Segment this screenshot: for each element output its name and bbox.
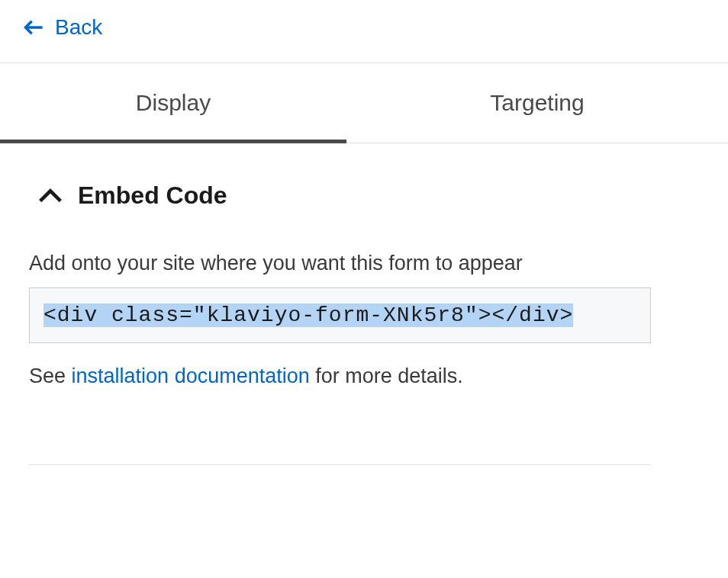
tab-display[interactable]: Display	[0, 63, 346, 143]
content-area: Embed Code Add onto your site where you …	[0, 143, 728, 465]
section-toggle[interactable]: Embed Code	[29, 181, 699, 210]
embed-code-text: <div class="klaviyo-form-XNk5r8"></div>	[43, 303, 573, 327]
back-label: Back	[55, 15, 102, 40]
arrow-left-icon	[23, 17, 44, 38]
section-title: Embed Code	[78, 181, 227, 210]
instruction-text: Add onto your site where you want this f…	[29, 252, 699, 275]
back-button[interactable]: Back	[0, 0, 728, 63]
tabs: Display Targeting	[0, 63, 728, 143]
help-text: See installation documentation for more …	[29, 364, 699, 388]
embed-code-box[interactable]: <div class="klaviyo-form-XNk5r8"></div>	[29, 287, 651, 343]
help-prefix: See	[29, 364, 72, 387]
help-suffix: for more details.	[310, 364, 463, 387]
tab-targeting[interactable]: Targeting	[346, 63, 728, 143]
divider	[29, 464, 651, 465]
chevron-up-icon	[38, 188, 63, 204]
install-docs-link[interactable]: installation documentation	[72, 364, 310, 387]
